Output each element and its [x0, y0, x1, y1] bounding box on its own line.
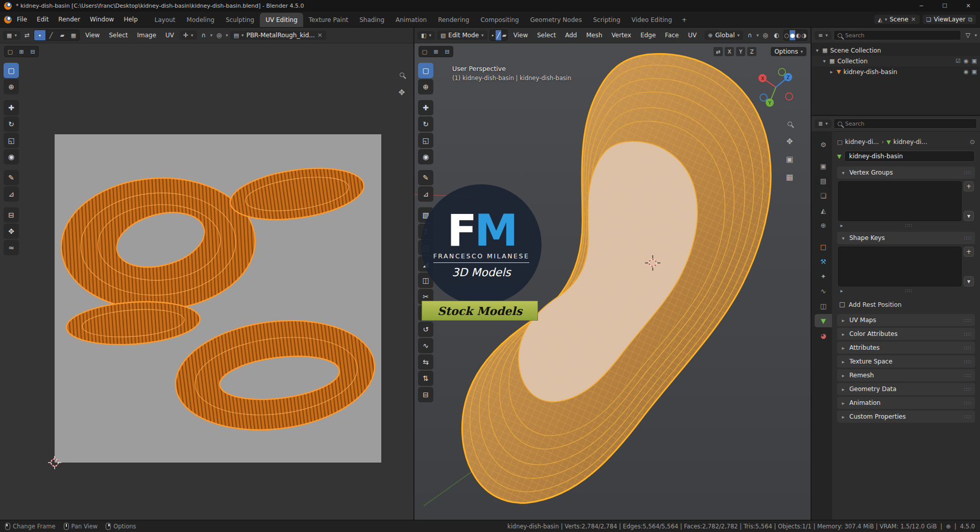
workspace-tab-layout[interactable]: Layout [149, 13, 181, 27]
vp-menu-uv[interactable]: UV [684, 30, 700, 40]
tab-modifiers[interactable]: ⚒ [815, 255, 832, 268]
maximize-button[interactable]: ☐ [933, 0, 957, 12]
tool-options-dropdown[interactable]: Options ▾ [771, 47, 806, 56]
proportional-editing-toggle[interactable]: ◎ [761, 30, 770, 40]
workspace-tab-texture-paint[interactable]: Texture Paint [303, 13, 354, 27]
viewlayer-selector[interactable]: ❏ ViewLayer ⧉ [923, 15, 976, 24]
add-shape-key-button[interactable]: + [964, 247, 974, 257]
disable-render-icon[interactable]: ▣ [972, 68, 977, 75]
gizmo-y-negative[interactable] [778, 68, 786, 76]
uv-editor-type-selector[interactable]: ▦ ▾ [3, 31, 20, 40]
vp-menu-select[interactable]: Select [533, 30, 559, 40]
tab-object-data[interactable]: ▼ [815, 314, 832, 327]
vertex-group-specials-button[interactable]: ▾ [964, 211, 974, 221]
shading-solid[interactable]: ● [790, 30, 795, 40]
panel-grip[interactable]: ∷∷ [964, 386, 971, 392]
expand-icon[interactable]: ▸ [839, 223, 844, 228]
panel-grip[interactable]: ∷∷ [964, 345, 971, 351]
workspace-tab-geometry-nodes[interactable]: Geometry Nodes [525, 13, 587, 27]
outliner-row-object[interactable]: ▸ ▼ kidney-dish-basin ◉ ▣ [812, 66, 980, 77]
properties-editor-type-selector[interactable]: ≣ ▾ [815, 119, 831, 128]
tool-move[interactable]: ✚ [4, 100, 19, 115]
expand-icon[interactable]: ▾ [815, 47, 820, 53]
outliner-row-scene-collection[interactable]: ▾ ▦ Scene Collection [812, 45, 980, 56]
outliner-search-input[interactable] [845, 32, 958, 39]
panel-grip[interactable]: ∷∷ [844, 223, 973, 228]
tab-particles[interactable]: ✦ [815, 270, 832, 283]
panel-remesh[interactable]: ▸ Remesh ∷∷ [837, 369, 975, 381]
uv-menu-view[interactable]: View [82, 30, 103, 40]
tool-scale[interactable]: ◱ [4, 133, 19, 148]
panel-grip[interactable]: ∷∷ [964, 170, 971, 176]
mirror-z-toggle[interactable]: Z [747, 47, 756, 56]
uv-snap-toggle[interactable]: ∩ [199, 30, 208, 40]
workspace-tab-sculpting[interactable]: Sculpting [220, 13, 260, 27]
menu-file[interactable]: File [12, 14, 32, 25]
panel-texture-space[interactable]: ▸ Texture Space ∷∷ [837, 355, 975, 368]
shading-wireframe[interactable]: ○ [784, 30, 790, 40]
add-vertex-group-button[interactable]: + [964, 181, 974, 191]
close-button[interactable]: ✕ [957, 0, 980, 12]
workspace-tab-scripting[interactable]: Scripting [587, 13, 626, 27]
panel-grip[interactable]: ∷∷ [964, 331, 971, 337]
shape-keys-list[interactable] [838, 247, 962, 286]
menu-render[interactable]: Render [54, 14, 85, 25]
panel-grip[interactable]: ∷∷ [964, 235, 971, 241]
shape-key-specials-button[interactable]: ▾ [964, 276, 974, 286]
pan-hand-icon[interactable]: ✥ [784, 136, 795, 147]
vp-menu-vertex[interactable]: Vertex [608, 30, 635, 40]
tool-relax[interactable]: ≈ [4, 240, 19, 255]
select-mode-new[interactable]: ▢ [419, 46, 430, 57]
tool-select-box[interactable]: ▢ [4, 63, 19, 78]
workspace-tab-compositing[interactable]: Compositing [475, 13, 524, 27]
menu-help[interactable]: Help [119, 14, 142, 25]
tool-annotate[interactable]: ✎ [418, 170, 433, 185]
workspace-tab-rendering[interactable]: Rendering [432, 13, 475, 27]
uv-select-face[interactable]: ▰ [57, 30, 68, 40]
tool-spin[interactable]: ↺ [418, 322, 433, 337]
camera-view-icon[interactable]: ▣ [784, 154, 795, 165]
panel-attributes[interactable]: ▸ Attributes ∷∷ [837, 342, 975, 354]
zoom-icon[interactable] [396, 69, 407, 80]
shading-material[interactable]: ◐ [795, 30, 801, 40]
tab-output[interactable]: ▤ [815, 174, 832, 187]
uv-menu-uv[interactable]: UV [162, 30, 178, 40]
object-label[interactable]: kidney-dish-basin [843, 68, 897, 76]
tool-edge-slide[interactable]: ⇆ [418, 354, 433, 370]
workspace-tab-animation[interactable]: Animation [390, 13, 432, 27]
navigation-gizmo[interactable]: X Z Y [754, 66, 797, 109]
properties-search-input[interactable] [845, 120, 973, 127]
tool-select-box[interactable]: ▢ [418, 63, 433, 78]
tool-transform[interactable]: ◉ [4, 149, 19, 164]
expand-icon[interactable]: ▾ [822, 58, 827, 64]
select-mode-vertex[interactable]: ∙ [490, 30, 496, 40]
tool-scale[interactable]: ◱ [418, 133, 433, 148]
snap-magnet-toggle[interactable]: ∩ [745, 30, 754, 40]
tool-measure[interactable]: ⊿ [4, 186, 19, 202]
transform-orientation-selector[interactable]: ⊕ Global ▾ [704, 31, 743, 40]
shape-keys-panel-header[interactable]: ▾ Shape Keys ∷∷ [837, 232, 975, 244]
mesh-name-field[interactable] [844, 151, 975, 162]
uv-canvas[interactable] [0, 43, 413, 520]
tab-object[interactable]: □ [815, 240, 832, 253]
uv-pivot-selector[interactable]: ✛ ▾ [180, 31, 197, 40]
mode-selector[interactable]: ▧ Edit Mode ▾ [437, 31, 487, 40]
add-workspace-button[interactable]: + [678, 13, 691, 27]
tool-grab[interactable]: ✥ [4, 224, 19, 239]
panel-grip[interactable]: ∷∷ [844, 288, 973, 294]
uv-menu-image[interactable]: Image [133, 30, 160, 40]
select-mode-face[interactable]: ▰ [501, 30, 507, 40]
viewlayer-copy-icon[interactable]: ⧉ [968, 16, 972, 23]
outliner-search[interactable] [834, 30, 962, 40]
tab-physics[interactable]: ∿ [815, 284, 832, 298]
pan-hand-icon[interactable]: ✥ [396, 87, 407, 98]
expand-icon[interactable]: ▸ [839, 288, 844, 294]
scene-selector[interactable]: ◭ ▾ Scene ✕ [874, 15, 920, 24]
panel-grip[interactable]: ∷∷ [964, 318, 971, 323]
mirror-y-toggle[interactable]: Y [736, 47, 745, 56]
panel-grip[interactable]: ∷∷ [964, 359, 971, 365]
uv-proportional-dropdown[interactable]: ▾ [226, 33, 228, 38]
outliner-filter-dropdown[interactable]: ▾ [974, 33, 977, 38]
gizmo-z-negative[interactable] [760, 94, 767, 101]
scene-browse-icon[interactable]: ▾ [885, 17, 887, 22]
